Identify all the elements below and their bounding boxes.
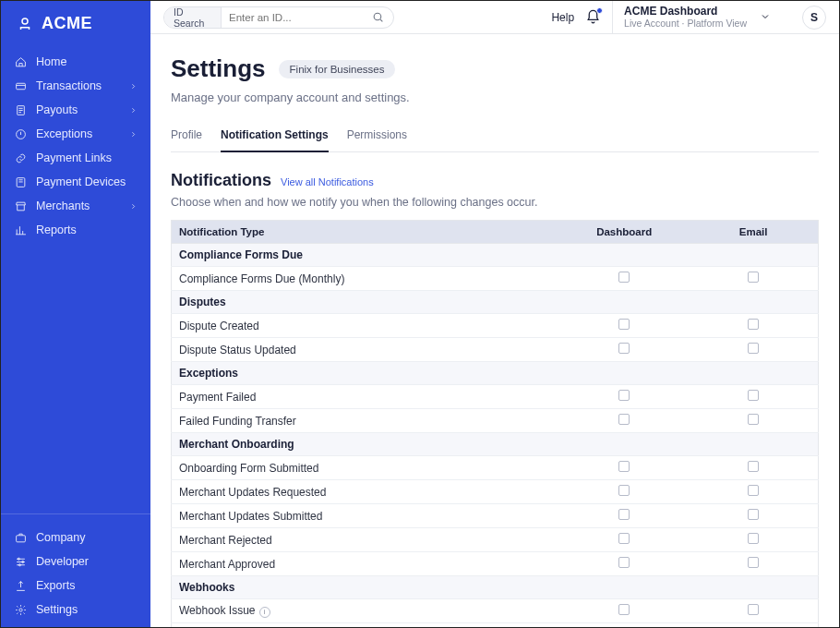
table-row: Payment Failed (172, 385, 819, 409)
sidebar-item-exports[interactable]: Exports (1, 574, 150, 598)
sidebar-item-label: Settings (36, 603, 78, 616)
row-label: Merchant Rejected (172, 528, 560, 552)
col-header-email: Email (689, 221, 818, 244)
alert-icon (14, 127, 27, 140)
device-icon (14, 175, 27, 188)
table-row: Compliance Forms Due (Monthly) (172, 267, 819, 291)
search-box[interactable]: ID Search (163, 6, 394, 29)
gear-icon (14, 603, 27, 616)
checkbox-email[interactable] (748, 604, 759, 615)
account-switcher[interactable]: ACME Dashboard Live Account · Platform V… (612, 1, 782, 33)
sidebar-item-payment-links[interactable]: Payment Links (1, 146, 150, 170)
row-label: Merchant Approved (172, 552, 560, 576)
checkbox-email[interactable] (748, 272, 759, 283)
checkbox-dashboard[interactable] (618, 390, 630, 401)
sidebar-item-payouts[interactable]: Payouts (1, 98, 150, 122)
brand: ACME (1, 1, 150, 44)
chevron-right-icon (129, 130, 138, 139)
chart-icon (14, 223, 27, 236)
sidebar-item-label: Merchants (36, 199, 90, 212)
info-icon[interactable]: i (259, 607, 270, 618)
checkbox-dashboard[interactable] (618, 272, 630, 283)
notifications-bell-icon[interactable] (585, 9, 601, 25)
checkbox-email[interactable] (748, 343, 759, 354)
home-icon (14, 55, 27, 68)
tab-permissions[interactable]: Permissions (347, 121, 407, 151)
sidebar-item-label: Transactions (36, 79, 102, 92)
search-input[interactable] (222, 12, 372, 23)
checkbox-email[interactable] (748, 485, 759, 496)
checkbox-email[interactable] (748, 557, 759, 568)
row-label: Dispute Status Updated (172, 338, 560, 362)
sidebar-item-label: Payouts (36, 103, 78, 116)
col-header-dashboard: Dashboard (559, 221, 689, 244)
sidebar: ACME HomeTransactionsPayoutsExceptionsPa… (1, 1, 150, 627)
export-icon (14, 579, 27, 592)
checkbox-dashboard[interactable] (618, 319, 630, 330)
group-header: Compliance Forms Due (172, 244, 819, 267)
group-header: Disputes (172, 291, 819, 314)
table-row: Merchant Approved (172, 552, 819, 576)
sidebar-nav-top: HomeTransactionsPayoutsExceptionsPayment… (1, 44, 150, 242)
sidebar-item-settings[interactable]: Settings (1, 598, 150, 622)
row-label: Compliance Forms Due (Monthly) (172, 267, 560, 291)
tabs: ProfileNotification SettingsPermissions (171, 121, 819, 152)
avatar[interactable]: S (802, 6, 826, 30)
chevron-down-icon (760, 11, 771, 22)
view-all-notifications-link[interactable]: View all Notifications (281, 176, 374, 187)
row-label: Failed Funding Transfer (172, 409, 560, 433)
chevron-right-icon (129, 82, 138, 91)
sidebar-item-label: Exports (36, 579, 75, 592)
checkbox-email[interactable] (748, 319, 759, 330)
group-header: Merchant Onboarding (172, 433, 819, 456)
tab-profile[interactable]: Profile (171, 121, 202, 151)
sidebar-item-label: Developer (36, 555, 89, 568)
section-subtitle: Choose when and how we notify you when t… (171, 196, 819, 209)
page-subtitle: Manage your company account and settings… (171, 91, 819, 104)
row-label: Merchant Updates Submitted (172, 504, 560, 528)
sidebar-item-developer[interactable]: Developer (1, 550, 150, 574)
checkbox-dashboard[interactable] (618, 533, 630, 544)
sliders-icon (14, 555, 27, 568)
row-label: Webhook Disabled (172, 623, 560, 628)
checkbox-email[interactable] (748, 533, 759, 544)
checkbox-dashboard[interactable] (618, 414, 630, 425)
brand-logo-icon (16, 15, 34, 33)
search-scope-pill[interactable]: ID Search (164, 7, 222, 28)
chevron-right-icon (129, 106, 138, 115)
checkbox-dashboard[interactable] (618, 604, 630, 615)
checkbox-dashboard[interactable] (618, 557, 630, 568)
sidebar-item-exceptions[interactable]: Exceptions (1, 122, 150, 146)
notifications-unread-dot (596, 7, 603, 14)
checkbox-email[interactable] (748, 509, 759, 520)
sidebar-item-reports[interactable]: Reports (1, 218, 150, 242)
sidebar-item-label: Exceptions (36, 127, 92, 140)
sidebar-item-home[interactable]: Home (1, 50, 150, 74)
checkbox-email[interactable] (748, 414, 759, 425)
checkbox-dashboard[interactable] (618, 343, 630, 354)
group-header: Webhooks (172, 576, 819, 599)
group-header: Exceptions (172, 362, 819, 385)
checkbox-dashboard[interactable] (618, 485, 630, 496)
help-link[interactable]: Help (551, 11, 574, 24)
checkbox-dashboard[interactable] (618, 461, 630, 472)
content: Settings Finix for Businesses Manage you… (150, 34, 839, 627)
sidebar-item-company[interactable]: Company (1, 525, 150, 550)
table-row: Failed Funding Transfer (172, 409, 819, 433)
card-icon (14, 79, 27, 92)
svg-point-0 (22, 18, 28, 24)
chevron-right-icon (129, 202, 138, 211)
search-icon[interactable] (372, 11, 393, 23)
sidebar-item-label: Reports (36, 223, 77, 236)
row-label: Dispute Created (172, 314, 560, 338)
checkbox-dashboard[interactable] (618, 509, 630, 520)
checkbox-email[interactable] (748, 390, 759, 401)
sidebar-item-transactions[interactable]: Transactions (1, 74, 150, 98)
svg-point-10 (374, 13, 381, 20)
sidebar-item-merchants[interactable]: Merchants (1, 194, 150, 218)
sidebar-item-payment-devices[interactable]: Payment Devices (1, 170, 150, 194)
row-label: Payment Failed (172, 385, 560, 409)
checkbox-email[interactable] (748, 461, 759, 472)
sidebar-item-label: Payment Devices (36, 175, 126, 188)
tab-notification-settings[interactable]: Notification Settings (221, 121, 329, 152)
